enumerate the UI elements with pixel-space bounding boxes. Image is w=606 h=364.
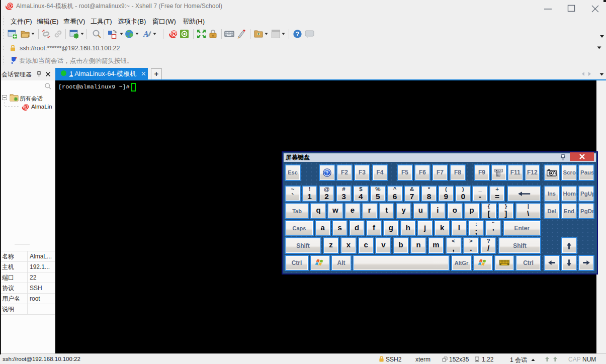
- svg-text:A: A: [143, 30, 149, 38]
- svg-text:?: ?: [325, 170, 328, 175]
- svg-text:?: ?: [296, 31, 299, 38]
